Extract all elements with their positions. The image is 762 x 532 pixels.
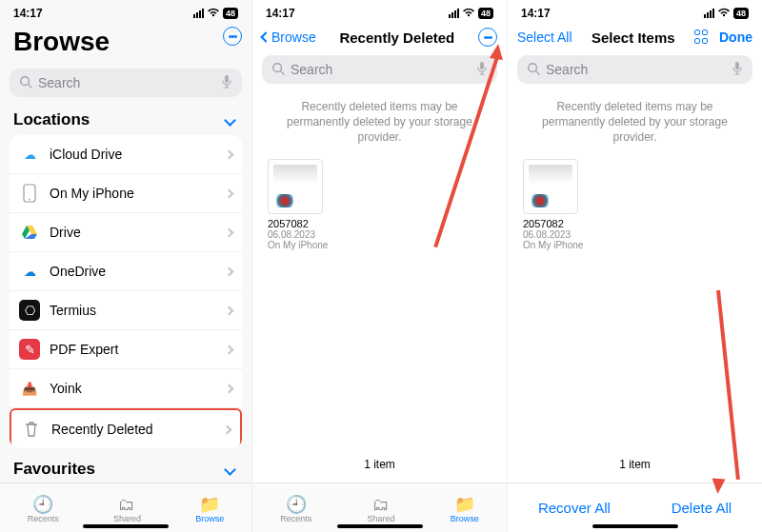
wifi-icon	[717, 8, 731, 19]
cellular-icon	[704, 9, 714, 18]
search-icon	[19, 75, 32, 91]
termius-icon: ⎔	[19, 300, 40, 321]
location-icloud[interactable]: ☁︎ iCloud Drive	[10, 135, 242, 174]
pdfexpert-icon: ✎	[19, 339, 40, 360]
search-input[interactable]: Search	[10, 69, 242, 97]
file-item[interactable]: 2057082 06.08.2023 On My iPhone	[252, 155, 507, 254]
file-thumbnail	[523, 159, 578, 214]
home-indicator[interactable]	[83, 524, 169, 528]
trash-icon	[21, 419, 42, 440]
item-count: 1 item	[252, 458, 507, 471]
status-icons: 48	[704, 8, 749, 19]
page-title: Recently Deleted	[339, 30, 454, 46]
tab-shared[interactable]: 🗂Shared	[367, 496, 394, 523]
location-drive[interactable]: Drive	[10, 213, 242, 252]
chevron-right-icon	[225, 305, 234, 315]
back-button[interactable]: Browse	[262, 30, 316, 45]
status-icons: 48	[449, 8, 493, 19]
folder-icon: 📁	[199, 496, 220, 513]
phone-icon	[19, 183, 40, 204]
item-count: 1 item	[508, 458, 762, 471]
chevron-right-icon	[225, 266, 234, 276]
cellular-icon	[193, 9, 204, 18]
clock-icon: 🕘	[286, 496, 307, 513]
chevron-down-icon	[224, 463, 236, 476]
file-name: 2057082	[523, 218, 747, 229]
svg-rect-2	[225, 75, 229, 83]
more-button[interactable]: •••	[478, 28, 497, 47]
svg-line-1	[29, 84, 32, 88]
search-placeholder: Search	[546, 62, 732, 77]
location-yoink[interactable]: 📥 Yoink	[10, 369, 242, 408]
view-grid-button[interactable]	[694, 30, 710, 45]
delete-all-button[interactable]: Delete All	[672, 500, 732, 516]
location-pdf-expert[interactable]: ✎ PDF Expert	[10, 330, 242, 369]
chevron-down-icon	[224, 114, 236, 127]
chevron-right-icon	[225, 227, 234, 237]
location-on-my-iphone[interactable]: On My iPhone	[10, 174, 242, 213]
onedrive-icon: ☁	[19, 261, 40, 282]
search-icon	[527, 62, 540, 78]
file-thumbnail	[268, 159, 323, 214]
chevron-right-icon	[223, 424, 232, 434]
search-input[interactable]: Search	[517, 55, 752, 84]
nav-bar: Browse Recently Deleted •••	[252, 21, 507, 51]
info-text: Recently deleted items may be permanentl…	[508, 91, 762, 155]
location-recently-deleted[interactable]: Recently Deleted	[10, 408, 242, 448]
recover-all-button[interactable]: Recover All	[538, 500, 611, 516]
favourites-header[interactable]: Favourites	[0, 454, 251, 481]
tab-browse[interactable]: 📁Browse	[195, 496, 224, 523]
more-button[interactable]: •••	[223, 27, 242, 46]
select-all-button[interactable]: Select All	[517, 30, 572, 45]
yoink-icon: 📥	[19, 378, 40, 399]
battery-icon: 48	[478, 8, 493, 19]
file-location: On My iPhone	[268, 240, 491, 250]
battery-icon: 48	[733, 8, 749, 19]
chevron-right-icon	[225, 384, 234, 393]
svg-line-10	[281, 70, 285, 74]
page-title: Select Items	[592, 30, 675, 46]
battery-icon: 48	[223, 8, 238, 19]
svg-rect-11	[480, 62, 484, 69]
select-items-screen: 14:17 48 Select All Select Items Done Se…	[508, 0, 762, 532]
chevron-right-icon	[225, 345, 234, 354]
wifi-icon	[207, 8, 220, 19]
tab-shared[interactable]: 🗂Shared	[113, 496, 141, 523]
search-placeholder: Search	[291, 62, 476, 77]
home-indicator[interactable]	[337, 524, 423, 528]
location-onedrive[interactable]: ☁ OneDrive	[10, 252, 242, 291]
svg-rect-14	[735, 62, 739, 69]
tab-browse[interactable]: 📁Browse	[451, 496, 479, 523]
location-termius[interactable]: ⎔ Termius	[10, 291, 242, 330]
status-bar: 14:17 48	[252, 0, 507, 21]
chevron-right-icon	[225, 188, 234, 198]
mic-icon[interactable]	[476, 61, 488, 79]
locations-list: ☁︎ iCloud Drive On My iPhone Drive ☁ One…	[10, 135, 242, 448]
page-title: Browse	[0, 21, 251, 65]
browse-screen: 14:17 48 ••• Browse Search Locations ☁︎ …	[0, 0, 252, 532]
file-name: 2057082	[268, 218, 491, 229]
tab-recents[interactable]: 🕘Recents	[28, 496, 59, 523]
chevron-right-icon	[225, 149, 234, 159]
clock-icon: 🕘	[32, 496, 53, 513]
status-icons: 48	[193, 8, 238, 19]
tab-bar: 🕘Recents 🗂Shared 📁Browse	[252, 483, 507, 532]
search-input[interactable]: Search	[262, 55, 497, 84]
svg-point-4	[29, 199, 30, 201]
file-location: On My iPhone	[523, 240, 747, 250]
file-date: 06.08.2023	[523, 229, 747, 240]
tab-bar: 🕘Recents 🗂Shared 📁Browse	[0, 483, 251, 532]
shared-folder-icon: 🗂	[118, 496, 135, 513]
cloud-icon: ☁︎	[19, 144, 40, 165]
file-item[interactable]: 2057082 06.08.2023 On My iPhone	[508, 155, 762, 254]
status-bar: 14:17 48	[0, 0, 251, 21]
done-button[interactable]: Done	[719, 30, 752, 45]
wifi-icon	[462, 8, 475, 19]
tab-recents[interactable]: 🕘Recents	[280, 496, 311, 523]
mic-icon[interactable]	[221, 74, 232, 92]
nav-bar: Select All Select Items Done	[508, 21, 762, 51]
mic-icon[interactable]	[732, 61, 743, 79]
status-time: 14:17	[521, 7, 551, 20]
locations-header[interactable]: Locations	[0, 105, 251, 131]
home-indicator[interactable]	[592, 524, 678, 528]
